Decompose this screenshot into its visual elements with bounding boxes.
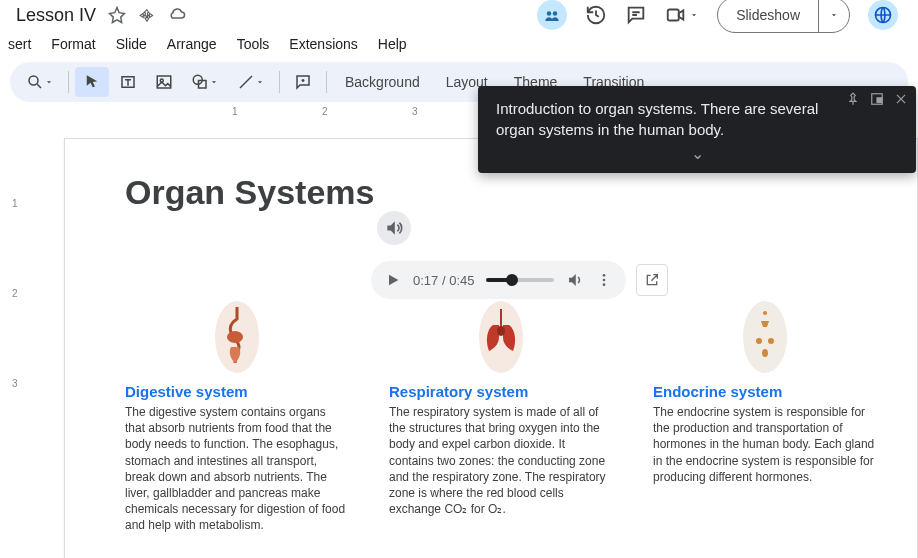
menu-arrange[interactable]: Arrange <box>159 32 225 56</box>
menu-tools[interactable]: Tools <box>229 32 278 56</box>
select-tool[interactable] <box>75 67 109 97</box>
hruler-tick: 3 <box>412 106 418 117</box>
column-digestive[interactable]: Digestive system The digestive system co… <box>125 297 349 534</box>
col-body: The digestive system contains organs tha… <box>125 404 349 534</box>
col-body: The respiratory system is made of all of… <box>389 404 613 517</box>
svg-point-18 <box>763 311 767 315</box>
svg-rect-6 <box>157 76 171 88</box>
move-icon[interactable] <box>138 6 156 24</box>
close-icon[interactable] <box>894 92 908 106</box>
audio-time: 0:17 / 0:45 <box>413 273 474 288</box>
vertical-ruler: 1 2 3 <box>0 102 36 558</box>
history-icon[interactable] <box>585 4 607 26</box>
col-heading: Respiratory system <box>389 383 613 400</box>
svg-point-4 <box>29 76 38 85</box>
share-globe-button[interactable] <box>868 0 898 30</box>
svg-point-0 <box>547 11 552 16</box>
volume-icon[interactable] <box>566 271 584 289</box>
caption-text: Introduction to organ systems. There are… <box>496 98 898 140</box>
vruler-tick: 1 <box>12 198 18 209</box>
chevron-down-icon[interactable]: ⌄ <box>496 144 898 163</box>
svg-point-16 <box>497 326 505 336</box>
textbox-tool[interactable] <box>111 67 145 97</box>
svg-point-14 <box>227 331 243 343</box>
svg-point-1 <box>553 11 558 16</box>
respiratory-image <box>456 297 546 377</box>
menu-format[interactable]: Format <box>43 32 103 56</box>
audio-thumb[interactable] <box>506 274 518 286</box>
audio-seek-track[interactable] <box>486 278 554 282</box>
slideshow-button[interactable]: Slideshow <box>718 7 818 23</box>
digestive-image <box>192 297 282 377</box>
hruler-tick: 2 <box>322 106 328 117</box>
slide-canvas[interactable]: Organ Systems 0:17 / 0:45 <box>64 138 918 558</box>
svg-point-12 <box>603 283 606 286</box>
menu-slide[interactable]: Slide <box>108 32 155 56</box>
background-button[interactable]: Background <box>333 68 432 96</box>
image-tool[interactable] <box>147 67 181 97</box>
endocrine-image <box>720 297 810 377</box>
caption-panel: Introduction to organ systems. There are… <box>478 86 916 173</box>
svg-rect-23 <box>877 98 882 103</box>
comments-icon[interactable] <box>625 4 647 26</box>
svg-point-20 <box>768 338 774 344</box>
audio-object-icon[interactable] <box>377 211 411 245</box>
slideshow-dropdown[interactable] <box>818 0 849 32</box>
comment-tool[interactable] <box>286 67 320 97</box>
slide-title[interactable]: Organ Systems <box>125 173 857 212</box>
svg-point-11 <box>603 279 606 282</box>
col-heading: Endocrine system <box>653 383 877 400</box>
menu-insert[interactable]: sert <box>0 32 39 56</box>
col-body: The endocrine system is responsible for … <box>653 404 877 485</box>
shape-tool[interactable] <box>183 67 227 97</box>
popout-icon[interactable] <box>636 264 668 296</box>
cloud-status-icon[interactable] <box>168 6 186 24</box>
hruler-tick: 1 <box>232 106 238 117</box>
popout-caption-icon[interactable] <box>870 92 884 106</box>
col-heading: Digestive system <box>125 383 349 400</box>
vruler-tick: 2 <box>12 288 18 299</box>
play-icon[interactable] <box>385 272 401 288</box>
menu-help[interactable]: Help <box>370 32 415 56</box>
svg-point-21 <box>762 349 768 357</box>
line-tool[interactable] <box>229 67 273 97</box>
svg-point-10 <box>603 274 606 277</box>
audio-more-icon[interactable] <box>596 272 612 288</box>
menu-extensions[interactable]: Extensions <box>281 32 365 56</box>
column-endocrine[interactable]: Endocrine system The endocrine system is… <box>653 297 877 534</box>
svg-rect-2 <box>668 10 679 21</box>
share-quick-button[interactable] <box>537 0 567 30</box>
column-respiratory[interactable]: Respiratory system The respiratory syste… <box>389 297 613 534</box>
meet-icon[interactable] <box>665 4 699 26</box>
svg-point-19 <box>756 338 762 344</box>
zoom-tool[interactable] <box>18 67 62 97</box>
star-icon[interactable] <box>108 6 126 24</box>
vruler-tick: 3 <box>12 378 18 389</box>
audio-player: 0:17 / 0:45 <box>371 261 626 299</box>
document-title[interactable]: Lesson IV <box>12 5 96 26</box>
pin-icon[interactable] <box>846 92 860 106</box>
